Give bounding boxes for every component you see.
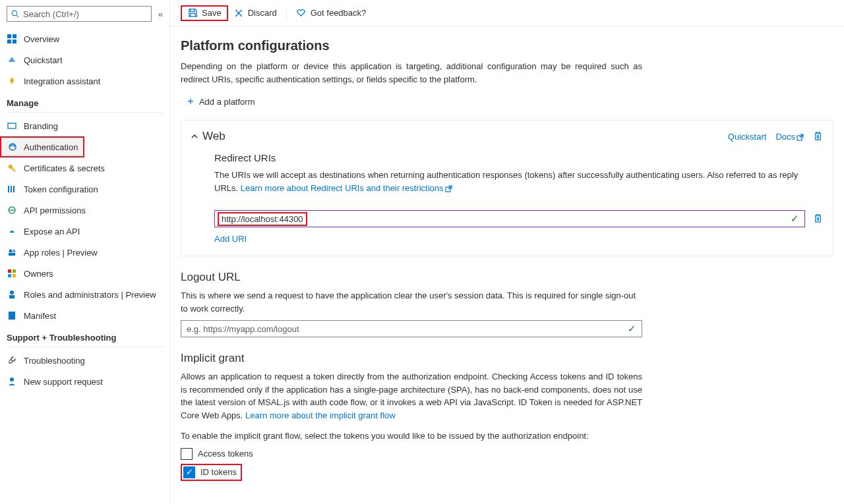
svg-rect-5 xyxy=(13,40,16,43)
sidebar-item-label: Token configuration xyxy=(24,184,98,194)
sidebar-item-troubleshooting[interactable]: Troubleshooting xyxy=(0,350,169,371)
main-content: Save Discard Got feedback? Platform conf… xyxy=(170,0,844,504)
save-label: Save xyxy=(202,8,222,18)
svg-point-25 xyxy=(10,378,14,381)
svg-point-15 xyxy=(9,250,13,253)
web-docs-link[interactable]: Docs xyxy=(775,132,804,142)
divider xyxy=(7,347,163,347)
page-title: Platform configurations xyxy=(181,38,833,53)
overview-icon xyxy=(7,34,17,43)
sidebar-item-label: Troubleshooting xyxy=(24,356,85,366)
sidebar-item-authentication[interactable]: Authentication xyxy=(0,136,84,157)
collapse-sidebar-icon[interactable]: « xyxy=(158,9,163,19)
section-manage: Manage xyxy=(0,92,169,112)
svg-rect-4 xyxy=(7,40,11,43)
sidebar-item-integration[interactable]: Integration assistant xyxy=(0,70,169,92)
svg-rect-3 xyxy=(13,34,16,38)
manifest-icon xyxy=(7,311,17,320)
logout-title: Logout URL xyxy=(181,271,642,284)
check-icon: ✓ xyxy=(791,213,799,225)
sidebar-item-label: Authentication xyxy=(24,142,78,152)
key-icon xyxy=(7,163,17,173)
sidebar-item-label: Integration assistant xyxy=(24,76,100,86)
expose-icon xyxy=(7,227,17,236)
svg-rect-18 xyxy=(8,269,11,273)
branding-icon xyxy=(7,121,17,130)
sidebar-item-expose-api[interactable]: Expose an API xyxy=(0,221,169,242)
implicit-desc: Allows an application to request a token… xyxy=(181,370,642,422)
svg-point-0 xyxy=(12,11,17,16)
add-platform-button[interactable]: + Add a platform xyxy=(187,95,255,108)
search-icon xyxy=(11,10,19,18)
implicit-enable-text: To enable the implicit grant flow, selec… xyxy=(181,430,642,443)
chevron-down-icon[interactable] xyxy=(191,132,202,140)
sidebar-item-label: Owners xyxy=(24,269,53,279)
logout-desc: This is where we send a request to have … xyxy=(181,289,642,315)
svg-rect-2 xyxy=(7,34,11,38)
svg-rect-19 xyxy=(13,269,16,273)
logout-section: Logout URL This is where we send a reque… xyxy=(181,271,642,337)
sidebar-item-owners[interactable]: Owners xyxy=(0,263,169,284)
access-tokens-label: Access tokens xyxy=(198,449,253,459)
wrench-icon xyxy=(7,356,17,365)
sidebar-item-app-roles[interactable]: App roles | Preview xyxy=(0,242,169,263)
sidebar-item-label: Roles and administrators | Preview xyxy=(24,290,156,300)
sidebar-item-label: New support request xyxy=(24,377,103,387)
sidebar-item-quickstart[interactable]: Quickstart xyxy=(0,49,169,70)
sidebar-item-roles-admins[interactable]: Roles and administrators | Preview xyxy=(0,284,169,305)
add-uri-link[interactable]: Add URI xyxy=(214,234,247,244)
discard-button[interactable]: Discard xyxy=(228,5,282,21)
id-tokens-checkbox[interactable]: ✓ xyxy=(183,466,195,478)
sidebar-item-api-permissions[interactable]: API permissions xyxy=(0,200,169,221)
sidebar-item-label: API permissions xyxy=(24,206,86,215)
logout-url-input[interactable]: e.g. https://myapp.com/logout ✓ xyxy=(181,320,642,337)
sidebar-item-branding[interactable]: Branding xyxy=(0,115,169,136)
web-title: Web xyxy=(202,130,728,143)
sidebar-item-overview[interactable]: Overview xyxy=(0,28,169,49)
api-perm-icon xyxy=(7,206,17,215)
sidebar-item-manifest[interactable]: Manifest xyxy=(0,305,169,326)
feedback-button[interactable]: Got feedback? xyxy=(291,5,372,21)
web-quickstart-link[interactable]: Quickstart xyxy=(728,132,767,142)
svg-line-1 xyxy=(16,15,18,17)
section-support: Support + Troubleshooting xyxy=(0,326,169,347)
sidebar-item-label: Overview xyxy=(24,34,59,44)
save-button[interactable]: Save xyxy=(181,5,228,21)
sidebar-item-token-config[interactable]: Token configuration xyxy=(0,179,169,200)
toolbar: Save Discard Got feedback? xyxy=(170,0,844,26)
implicit-section: Implicit grant Allows an application to … xyxy=(181,352,642,481)
search-input[interactable]: Search (Ctrl+/) xyxy=(7,6,152,22)
check-icon: ✓ xyxy=(628,323,636,335)
svg-rect-23 xyxy=(9,295,15,298)
search-placeholder: Search (Ctrl+/) xyxy=(23,9,79,19)
sidebar-item-label: Quickstart xyxy=(24,55,63,65)
admin-icon xyxy=(7,290,17,299)
svg-point-22 xyxy=(10,291,14,294)
sidebar-item-label: App roles | Preview xyxy=(24,248,98,258)
logout-placeholder: e.g. https://myapp.com/logout xyxy=(187,324,299,334)
svg-line-9 xyxy=(12,168,15,171)
svg-rect-24 xyxy=(9,312,15,320)
svg-rect-20 xyxy=(8,274,11,277)
redirect-uri-input[interactable]: http://localhost:44300 ✓ xyxy=(214,210,805,227)
sidebar-item-certificates[interactable]: Certificates & secrets xyxy=(0,157,169,179)
page-intro: Depending on the platform or device this… xyxy=(181,60,642,86)
redirect-uri-value: http://localhost:44300 xyxy=(222,214,303,224)
sidebar-item-label: Branding xyxy=(24,121,58,131)
token-icon xyxy=(7,184,17,194)
delete-uri-button[interactable] xyxy=(813,213,824,224)
access-tokens-checkbox[interactable] xyxy=(181,448,193,460)
rocket-icon xyxy=(7,76,17,86)
implicit-learn-link[interactable]: Learn more about the implicit grant flow xyxy=(245,410,396,420)
sidebar-item-new-support[interactable]: New support request xyxy=(0,371,169,392)
discard-label: Discard xyxy=(248,8,277,18)
svg-point-16 xyxy=(13,250,16,253)
heart-icon xyxy=(296,8,307,18)
svg-rect-17 xyxy=(9,253,15,256)
redirect-learn-link[interactable]: Learn more about Redirect URIs and their… xyxy=(241,183,452,193)
roles-icon xyxy=(7,248,17,257)
quickstart-icon xyxy=(7,55,17,65)
sidebar: Search (Ctrl+/) « Overview Quickstart In… xyxy=(0,0,170,504)
separator xyxy=(286,6,287,20)
delete-platform-button[interactable] xyxy=(813,131,824,142)
